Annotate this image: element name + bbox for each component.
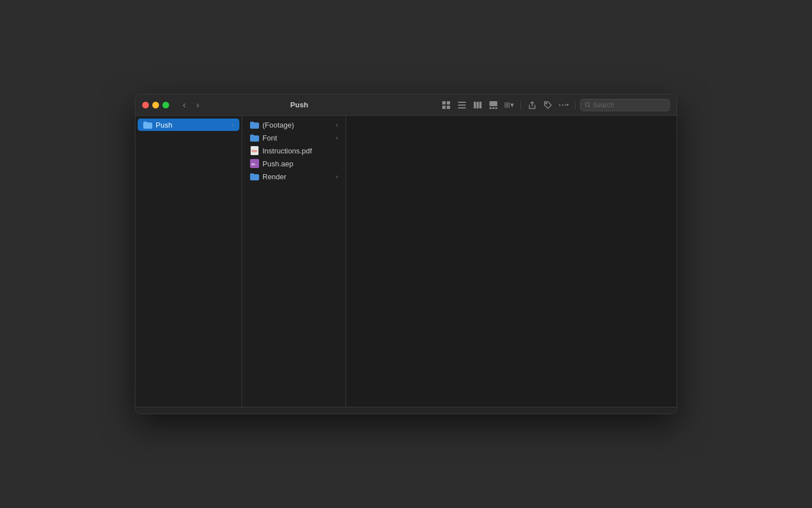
file-list-panel: (Footage) › Font › PD: [242, 116, 346, 407]
share-icon[interactable]: [525, 98, 539, 112]
svg-rect-3: [447, 106, 450, 109]
svg-rect-5: [458, 105, 466, 106]
svg-text:Ae: Ae: [251, 162, 255, 166]
tag-icon[interactable]: [541, 98, 555, 112]
svg-rect-12: [492, 107, 495, 109]
svg-rect-11: [489, 107, 492, 109]
content-area: Push › (Footage) ›: [135, 116, 677, 407]
list-item[interactable]: Render ›: [244, 170, 343, 183]
minimize-button[interactable]: [152, 102, 159, 108]
svg-rect-6: [458, 107, 466, 108]
list-item[interactable]: Font ›: [244, 131, 343, 144]
toolbar-divider-1: [520, 101, 521, 110]
svg-point-19: [586, 102, 589, 106]
view-icon-grid[interactable]: [439, 98, 453, 112]
chevron-right-icon: ›: [232, 122, 234, 128]
finder-window: ‹ › Push: [135, 94, 677, 414]
aep-icon: Ae: [250, 159, 259, 168]
file-name: Render: [262, 173, 287, 181]
svg-rect-10: [489, 101, 497, 106]
search-input[interactable]: [593, 101, 665, 109]
more-icon[interactable]: ▾: [557, 98, 570, 112]
svg-point-17: [562, 104, 563, 105]
file-name: Push.aep: [262, 160, 293, 168]
svg-rect-7: [474, 102, 476, 108]
view-icon-group[interactable]: ⊞▾: [502, 98, 516, 112]
file-name: Instructions.pdf: [262, 147, 312, 155]
toolbar-divider-2: [575, 101, 575, 110]
view-icon-gallery[interactable]: [487, 98, 500, 112]
svg-rect-8: [477, 102, 479, 108]
list-item[interactable]: PDF Instructions.pdf: [244, 144, 343, 157]
window-title: Push: [164, 101, 435, 109]
list-item[interactable]: (Footage) ›: [244, 119, 343, 131]
view-icon-list[interactable]: [455, 98, 469, 112]
chevron-right-icon: ›: [336, 122, 338, 128]
svg-rect-4: [458, 102, 466, 103]
svg-point-18: [565, 104, 566, 105]
svg-point-16: [559, 104, 560, 105]
pdf-icon: PDF: [250, 146, 259, 155]
close-button[interactable]: [142, 102, 149, 108]
chevron-right-icon: ›: [336, 174, 338, 180]
svg-text:PDF: PDF: [252, 149, 257, 153]
right-panel: [346, 116, 677, 407]
scrollbar-area[interactable]: [135, 407, 677, 414]
chevron-right-icon: ›: [336, 135, 338, 141]
svg-rect-1: [447, 101, 450, 105]
search-bar[interactable]: [580, 99, 670, 111]
svg-rect-9: [479, 102, 482, 108]
folder-icon: [250, 133, 259, 142]
folder-icon: [143, 120, 152, 129]
svg-point-15: [546, 103, 547, 104]
folder-icon: [250, 172, 259, 181]
svg-rect-13: [495, 107, 497, 109]
titlebar: ‹ › Push: [135, 94, 677, 116]
sidebar-item-push[interactable]: Push ›: [138, 119, 239, 131]
sidebar: Push ›: [135, 116, 242, 407]
folder-icon: [250, 120, 259, 129]
list-item[interactable]: Ae Push.aep: [244, 157, 343, 170]
file-name: (Footage): [262, 121, 294, 129]
file-name: Font: [262, 134, 277, 142]
toolbar-icons: ⊞▾ ▾: [439, 98, 670, 112]
svg-line-20: [589, 106, 590, 107]
sidebar-item-push-label: Push: [156, 121, 173, 129]
svg-rect-0: [442, 101, 446, 105]
view-icon-columns[interactable]: [471, 98, 484, 112]
svg-rect-2: [442, 106, 446, 109]
